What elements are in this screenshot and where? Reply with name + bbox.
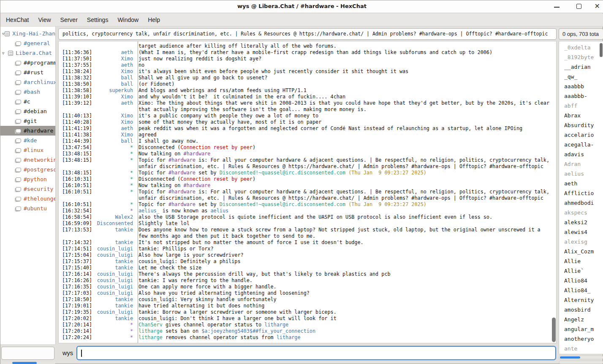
chat-line: [17:15:04]cousin_luigiAlso how large is … — [59, 252, 556, 258]
channel-item-thelounge[interactable]: #thelounge — [0, 194, 55, 204]
user-item[interactable]: acegalla- — [559, 140, 603, 149]
user-item[interactable]: ante — [559, 344, 603, 353]
user-item[interactable]: Angelz — [559, 315, 603, 324]
menu-help[interactable]: Help — [143, 14, 165, 27]
channel-item-python[interactable]: #python — [0, 174, 55, 184]
chat-line: [17:20:14]*litharge sets ban on $a:joeyz… — [59, 328, 556, 334]
channel-tree[interactable]: ▽Xing-Hai-Zhan#general▽Libera.Chat##prog… — [0, 27, 56, 344]
channel-item-hardware[interactable]: #hardware — [0, 126, 55, 136]
chat-text: (or Fidonet) — [139, 81, 174, 87]
chat-nick: cousin_luigi — [91, 271, 133, 277]
channel-item-networking[interactable]: #networking — [0, 155, 55, 165]
channel-item-debian[interactable]: #debian — [0, 106, 55, 116]
user-item[interactable]: anotheryo — [559, 334, 603, 344]
chat-text: Now talking on #hardware — [139, 151, 210, 157]
server-item-Xing-Hai-Zhan[interactable]: ▽Xing-Hai-Zhan — [0, 29, 55, 38]
chat-nick: Ximo — [91, 68, 133, 75]
channel-item-kde[interactable]: #kde — [0, 136, 55, 145]
channel-item-ubuntu[interactable]: #ubuntu — [0, 204, 55, 213]
tree-hscrollbar[interactable] — [0, 361, 55, 364]
tree-label: #bash — [24, 89, 40, 95]
user-item[interactable]: accelario — [559, 130, 603, 140]
menu-hexchat[interactable]: HexChat — [1, 14, 33, 27]
user-item[interactable]: alexisg — [559, 237, 603, 247]
server-icon — [8, 51, 13, 56]
user-item[interactable]: Allie — [559, 256, 603, 266]
userlist-scrollbar-thumb[interactable] — [600, 43, 603, 57]
channel-item-postgresql[interactable]: #postgresql — [0, 165, 55, 174]
chat-timestamp: [11:37:55] — [59, 62, 91, 68]
channel-item-linux[interactable]: #linux — [0, 145, 55, 155]
menu-window[interactable]: Window — [113, 14, 143, 27]
maximize-icon[interactable] — [576, 4, 581, 9]
chat-text: Ximo: The thing about things that were s… — [139, 100, 549, 106]
chat-nick: * — [91, 322, 133, 328]
channel-item-bash[interactable]: #bash — [0, 87, 55, 97]
menu-settings[interactable]: Settings — [82, 14, 113, 27]
user-item[interactable]: ahmedbodi — [559, 198, 603, 208]
channel-item-rust[interactable]: ##rust — [0, 68, 55, 77]
user-item[interactable]: _qw_ — [559, 72, 603, 81]
user-item[interactable]: Absurdity — [559, 120, 603, 130]
user-item[interactable]: aleksi2 — [559, 217, 603, 227]
chat-text: ChanServ gives channel operator status t… — [139, 322, 288, 328]
chat-timestamp: [16:10:51] — [59, 189, 91, 195]
userlist-hscrollbar-thumb[interactable] — [560, 356, 580, 359]
channel-icon — [16, 119, 21, 123]
chat-line: [16:10:51]*Topic for #hardware is: For a… — [59, 189, 556, 195]
tree-hscrollbar-thumb[interactable] — [12, 362, 37, 364]
user-item[interactable]: Allio84 — [559, 276, 603, 285]
minimize-icon[interactable] — [554, 7, 560, 8]
user-item[interactable]: Adran — [559, 159, 603, 169]
channel-item-git[interactable]: #git — [0, 116, 55, 126]
chat-text: Also have you tried alternating tighteni… — [139, 290, 310, 296]
chat-timestamp: [11:40:13] — [59, 113, 91, 119]
user-item[interactable]: akspecs — [559, 208, 603, 217]
tree-label: #ubuntu — [24, 205, 47, 212]
user-item[interactable]: Allio84_ — [559, 285, 603, 295]
userlist-hscrollbar[interactable] — [559, 356, 603, 359]
message-input[interactable] — [76, 346, 556, 360]
user-item[interactable]: Allie` — [559, 266, 603, 276]
user-item[interactable]: alewis4 — [559, 227, 603, 237]
chat-timestamp: [16:10:31] — [59, 176, 91, 182]
user-item[interactable]: __adrian — [559, 62, 603, 72]
user-item[interactable]: aaabbb- — [559, 91, 603, 101]
chat-scrollbar-thumb[interactable] — [552, 318, 556, 342]
user-item[interactable]: aeth — [559, 179, 603, 188]
channel-item-programming[interactable]: ##programming — [0, 58, 55, 68]
user-item[interactable]: angular_m — [559, 324, 603, 334]
expander-icon[interactable]: ▽ — [2, 51, 8, 55]
chat-text: Shall we all give up and go back to usen… — [139, 75, 267, 81]
topic-input[interactable]: politics, cryptocurrency talk, unfair di… — [58, 28, 557, 40]
user-item[interactable]: _8192byte — [559, 52, 603, 62]
chat-timestamp: [11:38:58] — [59, 87, 91, 94]
user-item[interactable]: _0xdelta — [559, 43, 603, 52]
user-item[interactable]: Alix_Cozm — [559, 247, 603, 256]
chat-text: peak reddit was when it was a forgotten … — [139, 125, 522, 132]
user-item[interactable]: abff — [559, 101, 603, 111]
menu-server[interactable]: Server — [56, 14, 82, 27]
user-item[interactable]: adavis — [559, 149, 603, 159]
user-item[interactable]: aaabbb — [559, 81, 603, 91]
channel-item-security[interactable]: #security — [0, 184, 55, 194]
user-item[interactable]: Alternity — [559, 295, 603, 305]
close-icon[interactable]: ✕ — [595, 2, 600, 10]
channel-item-general[interactable]: #general — [0, 38, 55, 48]
user-item[interactable]: Afflictio — [559, 188, 603, 198]
user-item[interactable]: Abrax — [559, 111, 603, 120]
chat-text: Slightly late lol — [139, 220, 190, 227]
server-item-Libera.Chat[interactable]: ▽Libera.Chat — [0, 48, 55, 58]
chat-line: [17:16:35]cousin_luigiOne can apply more… — [59, 284, 556, 290]
chat-area[interactable]: target audience after killing off litera… — [58, 41, 557, 343]
channel-icon — [16, 177, 21, 182]
menu-view[interactable]: View — [33, 14, 55, 27]
user-item[interactable]: amosbird — [559, 305, 603, 315]
chat-text: tankie: Borrow a larger screwdriver or s… — [139, 309, 337, 315]
chat-nick: tankie — [91, 258, 133, 265]
channel-item-c[interactable]: #c — [0, 97, 55, 106]
userlist-hscrollbar-trough[interactable] — [559, 361, 603, 364]
channel-item-archlinux[interactable]: #archlinux — [0, 77, 55, 87]
user-list[interactable]: _0xdelta_8192byte__adrian_qw_aaabbbaaabb… — [559, 41, 603, 354]
user-item[interactable]: aelius — [559, 169, 603, 179]
